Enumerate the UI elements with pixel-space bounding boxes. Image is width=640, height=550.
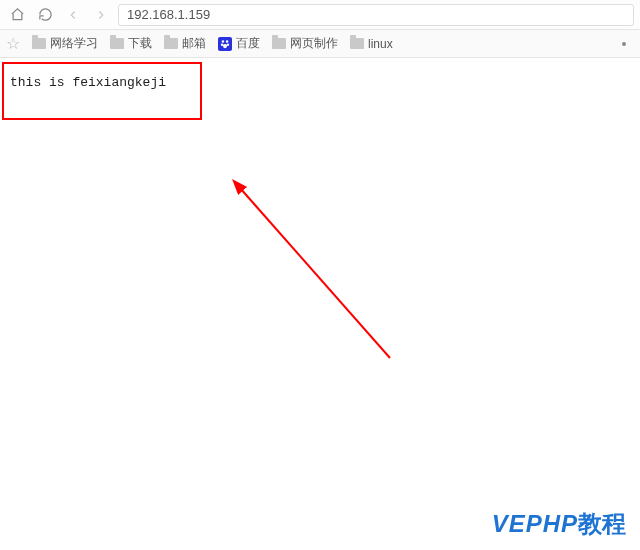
svg-line-5 xyxy=(240,188,390,358)
address-input[interactable] xyxy=(127,7,625,22)
page-viewport: this is feixiangkeji VEPHP教程 xyxy=(0,58,640,550)
forward-icon xyxy=(94,8,108,22)
bookmark-item[interactable]: 百度 xyxy=(218,35,260,52)
bookmark-label: linux xyxy=(368,37,393,51)
folder-icon xyxy=(272,38,286,49)
bookmark-label: 网络学习 xyxy=(50,35,98,52)
bookmarks-bar: ☆ 网络学习 下载 邮箱 百度 网页制作 linux xyxy=(0,30,640,58)
bookmarks-overflow-icon[interactable] xyxy=(622,42,626,46)
browser-toolbar xyxy=(0,0,640,30)
bookmark-item[interactable]: 网络学习 xyxy=(32,35,98,52)
folder-icon xyxy=(110,38,124,49)
back-button[interactable] xyxy=(62,4,84,26)
bookmark-item[interactable]: linux xyxy=(350,37,393,51)
bookmark-item[interactable]: 邮箱 xyxy=(164,35,206,52)
folder-icon xyxy=(32,38,46,49)
svg-point-1 xyxy=(226,40,229,43)
refresh-icon xyxy=(38,7,53,22)
bookmark-item[interactable]: 网页制作 xyxy=(272,35,338,52)
forward-button[interactable] xyxy=(90,4,112,26)
bookmark-label: 网页制作 xyxy=(290,35,338,52)
folder-icon xyxy=(164,38,178,49)
bookmark-label: 下载 xyxy=(128,35,152,52)
svg-point-0 xyxy=(222,40,225,43)
star-icon[interactable]: ☆ xyxy=(6,34,20,53)
address-bar[interactable] xyxy=(118,4,634,26)
page-text: this is feixiangkeji xyxy=(10,75,166,90)
back-icon xyxy=(66,8,80,22)
bookmark-label: 百度 xyxy=(236,35,260,52)
highlight-box: this is feixiangkeji xyxy=(2,62,202,120)
folder-icon xyxy=(350,38,364,49)
baidu-icon xyxy=(218,37,232,51)
home-icon xyxy=(10,7,25,22)
watermark: VEPHP教程 xyxy=(492,508,626,540)
svg-point-4 xyxy=(223,44,227,48)
watermark-text-1: VEPHP xyxy=(492,510,578,537)
home-button[interactable] xyxy=(6,4,28,26)
bookmark-item[interactable]: 下载 xyxy=(110,35,152,52)
refresh-button[interactable] xyxy=(34,4,56,26)
bookmark-label: 邮箱 xyxy=(182,35,206,52)
annotation-arrow-icon xyxy=(200,178,430,378)
watermark-text-2: 教程 xyxy=(578,510,626,537)
